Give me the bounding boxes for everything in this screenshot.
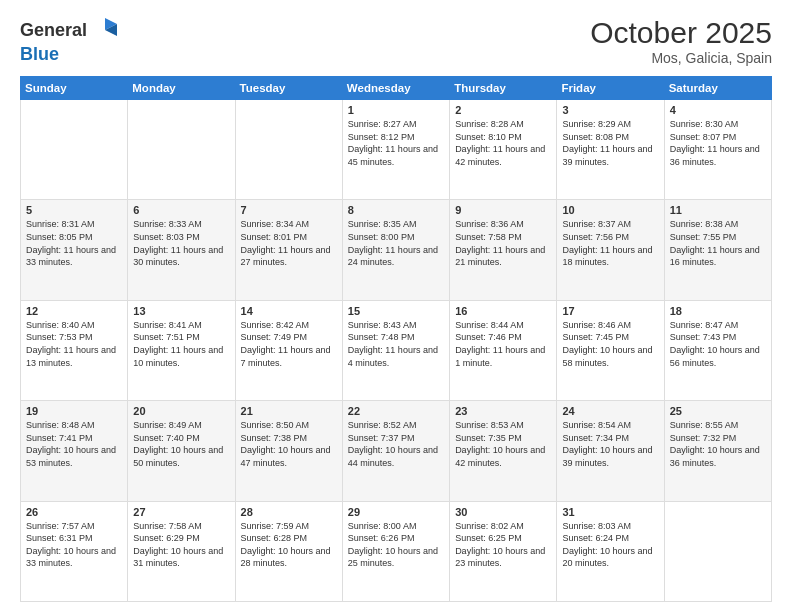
header-saturday: Saturday: [664, 77, 771, 100]
table-row: [664, 501, 771, 601]
day-number: 16: [455, 305, 551, 317]
calendar-week-row: 5Sunrise: 8:31 AMSunset: 8:05 PMDaylight…: [21, 200, 772, 300]
day-info: Sunrise: 8:00 AMSunset: 6:26 PMDaylight:…: [348, 520, 444, 570]
day-info: Sunrise: 8:30 AMSunset: 8:07 PMDaylight:…: [670, 118, 766, 168]
day-info: Sunrise: 8:29 AMSunset: 8:08 PMDaylight:…: [562, 118, 658, 168]
page: General Blue October 2025 Mos, Galicia, …: [0, 0, 792, 612]
day-info: Sunrise: 8:46 AMSunset: 7:45 PMDaylight:…: [562, 319, 658, 369]
day-number: 9: [455, 204, 551, 216]
day-number: 24: [562, 405, 658, 417]
table-row: 31Sunrise: 8:03 AMSunset: 6:24 PMDayligh…: [557, 501, 664, 601]
table-row: 4Sunrise: 8:30 AMSunset: 8:07 PMDaylight…: [664, 100, 771, 200]
table-row: 12Sunrise: 8:40 AMSunset: 7:53 PMDayligh…: [21, 300, 128, 400]
table-row: 22Sunrise: 8:52 AMSunset: 7:37 PMDayligh…: [342, 401, 449, 501]
day-number: 22: [348, 405, 444, 417]
day-number: 19: [26, 405, 122, 417]
day-number: 4: [670, 104, 766, 116]
day-number: 2: [455, 104, 551, 116]
day-number: 11: [670, 204, 766, 216]
day-number: 8: [348, 204, 444, 216]
table-row: 17Sunrise: 8:46 AMSunset: 7:45 PMDayligh…: [557, 300, 664, 400]
day-info: Sunrise: 8:37 AMSunset: 7:56 PMDaylight:…: [562, 218, 658, 268]
logo-blue: Blue: [20, 44, 59, 64]
day-info: Sunrise: 8:40 AMSunset: 7:53 PMDaylight:…: [26, 319, 122, 369]
day-number: 21: [241, 405, 337, 417]
calendar-week-row: 19Sunrise: 8:48 AMSunset: 7:41 PMDayligh…: [21, 401, 772, 501]
table-row: [21, 100, 128, 200]
calendar-header-row: Sunday Monday Tuesday Wednesday Thursday…: [21, 77, 772, 100]
day-info: Sunrise: 8:02 AMSunset: 6:25 PMDaylight:…: [455, 520, 551, 570]
day-number: 6: [133, 204, 229, 216]
day-info: Sunrise: 8:53 AMSunset: 7:35 PMDaylight:…: [455, 419, 551, 469]
day-info: Sunrise: 8:49 AMSunset: 7:40 PMDaylight:…: [133, 419, 229, 469]
table-row: 11Sunrise: 8:38 AMSunset: 7:55 PMDayligh…: [664, 200, 771, 300]
day-number: 23: [455, 405, 551, 417]
day-info: Sunrise: 8:28 AMSunset: 8:10 PMDaylight:…: [455, 118, 551, 168]
day-number: 13: [133, 305, 229, 317]
table-row: 30Sunrise: 8:02 AMSunset: 6:25 PMDayligh…: [450, 501, 557, 601]
day-info: Sunrise: 7:58 AMSunset: 6:29 PMDaylight:…: [133, 520, 229, 570]
calendar-week-row: 12Sunrise: 8:40 AMSunset: 7:53 PMDayligh…: [21, 300, 772, 400]
table-row: 16Sunrise: 8:44 AMSunset: 7:46 PMDayligh…: [450, 300, 557, 400]
table-row: 3Sunrise: 8:29 AMSunset: 8:08 PMDaylight…: [557, 100, 664, 200]
day-info: Sunrise: 8:47 AMSunset: 7:43 PMDaylight:…: [670, 319, 766, 369]
day-info: Sunrise: 8:27 AMSunset: 8:12 PMDaylight:…: [348, 118, 444, 168]
day-info: Sunrise: 8:43 AMSunset: 7:48 PMDaylight:…: [348, 319, 444, 369]
day-number: 18: [670, 305, 766, 317]
day-info: Sunrise: 7:59 AMSunset: 6:28 PMDaylight:…: [241, 520, 337, 570]
month-title: October 2025: [590, 16, 772, 50]
day-info: Sunrise: 8:36 AMSunset: 7:58 PMDaylight:…: [455, 218, 551, 268]
day-number: 10: [562, 204, 658, 216]
day-info: Sunrise: 8:33 AMSunset: 8:03 PMDaylight:…: [133, 218, 229, 268]
header-sunday: Sunday: [21, 77, 128, 100]
table-row: 10Sunrise: 8:37 AMSunset: 7:56 PMDayligh…: [557, 200, 664, 300]
table-row: 28Sunrise: 7:59 AMSunset: 6:28 PMDayligh…: [235, 501, 342, 601]
table-row: 14Sunrise: 8:42 AMSunset: 7:49 PMDayligh…: [235, 300, 342, 400]
day-info: Sunrise: 8:55 AMSunset: 7:32 PMDaylight:…: [670, 419, 766, 469]
day-number: 29: [348, 506, 444, 518]
table-row: 21Sunrise: 8:50 AMSunset: 7:38 PMDayligh…: [235, 401, 342, 501]
header-friday: Friday: [557, 77, 664, 100]
table-row: 5Sunrise: 8:31 AMSunset: 8:05 PMDaylight…: [21, 200, 128, 300]
day-info: Sunrise: 8:31 AMSunset: 8:05 PMDaylight:…: [26, 218, 122, 268]
table-row: 1Sunrise: 8:27 AMSunset: 8:12 PMDaylight…: [342, 100, 449, 200]
table-row: 8Sunrise: 8:35 AMSunset: 8:00 PMDaylight…: [342, 200, 449, 300]
location-subtitle: Mos, Galicia, Spain: [590, 50, 772, 66]
day-number: 27: [133, 506, 229, 518]
table-row: 15Sunrise: 8:43 AMSunset: 7:48 PMDayligh…: [342, 300, 449, 400]
day-number: 25: [670, 405, 766, 417]
table-row: 7Sunrise: 8:34 AMSunset: 8:01 PMDaylight…: [235, 200, 342, 300]
day-info: Sunrise: 8:35 AMSunset: 8:00 PMDaylight:…: [348, 218, 444, 268]
header-thursday: Thursday: [450, 77, 557, 100]
day-number: 17: [562, 305, 658, 317]
logo: General Blue: [20, 16, 119, 65]
logo-flag-icon: [91, 16, 119, 44]
day-info: Sunrise: 8:41 AMSunset: 7:51 PMDaylight:…: [133, 319, 229, 369]
header-wednesday: Wednesday: [342, 77, 449, 100]
day-number: 20: [133, 405, 229, 417]
day-info: Sunrise: 8:34 AMSunset: 8:01 PMDaylight:…: [241, 218, 337, 268]
day-number: 30: [455, 506, 551, 518]
day-info: Sunrise: 8:50 AMSunset: 7:38 PMDaylight:…: [241, 419, 337, 469]
day-number: 5: [26, 204, 122, 216]
header-monday: Monday: [128, 77, 235, 100]
logo-general: General: [20, 20, 87, 41]
day-number: 1: [348, 104, 444, 116]
title-block: October 2025 Mos, Galicia, Spain: [590, 16, 772, 66]
day-info: Sunrise: 8:52 AMSunset: 7:37 PMDaylight:…: [348, 419, 444, 469]
day-number: 14: [241, 305, 337, 317]
table-row: 27Sunrise: 7:58 AMSunset: 6:29 PMDayligh…: [128, 501, 235, 601]
table-row: 13Sunrise: 8:41 AMSunset: 7:51 PMDayligh…: [128, 300, 235, 400]
header-tuesday: Tuesday: [235, 77, 342, 100]
day-number: 3: [562, 104, 658, 116]
day-info: Sunrise: 8:03 AMSunset: 6:24 PMDaylight:…: [562, 520, 658, 570]
day-info: Sunrise: 8:48 AMSunset: 7:41 PMDaylight:…: [26, 419, 122, 469]
day-info: Sunrise: 8:42 AMSunset: 7:49 PMDaylight:…: [241, 319, 337, 369]
calendar-table: Sunday Monday Tuesday Wednesday Thursday…: [20, 76, 772, 602]
day-number: 28: [241, 506, 337, 518]
calendar-week-row: 1Sunrise: 8:27 AMSunset: 8:12 PMDaylight…: [21, 100, 772, 200]
table-row: 29Sunrise: 8:00 AMSunset: 6:26 PMDayligh…: [342, 501, 449, 601]
day-info: Sunrise: 8:54 AMSunset: 7:34 PMDaylight:…: [562, 419, 658, 469]
table-row: 9Sunrise: 8:36 AMSunset: 7:58 PMDaylight…: [450, 200, 557, 300]
table-row: [128, 100, 235, 200]
